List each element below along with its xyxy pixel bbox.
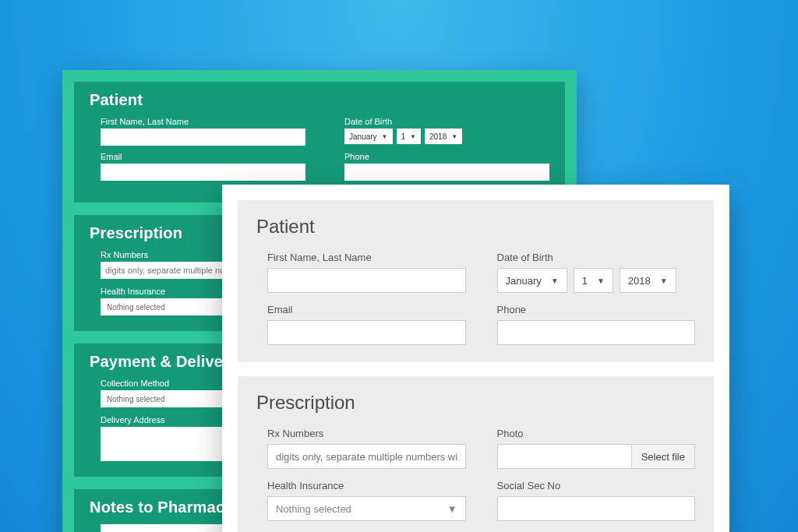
dob-day-value: 1 <box>582 275 588 287</box>
caret-down-icon: ▼ <box>660 277 668 285</box>
dob-label: Date of Birth <box>344 117 549 126</box>
photo-path-input[interactable] <box>497 444 631 469</box>
name-field: First Name, Last Name <box>256 252 466 293</box>
hi-value: Nothing selected <box>107 303 165 312</box>
ssn-field: Social Sec No <box>497 480 696 521</box>
dob-select-strip: January ▼ 1 ▼ 2018 ▼ <box>344 129 549 144</box>
photo-field: Photo Select file <box>497 428 696 469</box>
phone-label: Phone <box>497 304 696 315</box>
caret-down-icon: ▼ <box>410 133 416 140</box>
caret-down-icon: ▼ <box>597 277 605 285</box>
dob-year-select[interactable]: 2018 ▼ <box>620 268 676 293</box>
caret-down-icon: ▼ <box>382 133 388 140</box>
rx-label: Rx Numbers <box>267 428 466 439</box>
dob-month-value: January <box>506 275 542 287</box>
dob-label: Date of Birth <box>497 252 696 263</box>
name-field: First Name, Last Name <box>90 117 305 146</box>
email-input[interactable] <box>101 164 305 181</box>
email-field: Email <box>90 152 305 181</box>
dob-year-select[interactable]: 2018 ▼ <box>425 129 462 144</box>
phone-input[interactable] <box>344 164 549 181</box>
hi-field: Health Insurance Nothing selected ▼ <box>256 480 466 521</box>
dob-month-select[interactable]: January ▼ <box>497 268 567 293</box>
email-input[interactable] <box>267 320 466 345</box>
ssn-input[interactable] <box>497 496 696 521</box>
caret-down-icon: ▼ <box>551 277 559 285</box>
dob-field: Date of Birth January ▼ 1 ▼ 2018 ▼ <box>344 117 549 146</box>
email-label: Email <box>101 152 305 161</box>
phone-label: Phone <box>344 152 549 161</box>
phone-field: Phone <box>344 152 549 181</box>
phone-input[interactable] <box>497 320 696 345</box>
dob-day-select[interactable]: 1 ▼ <box>574 268 613 293</box>
caret-down-icon: ▼ <box>451 133 457 140</box>
name-label: First Name, Last Name <box>101 117 305 126</box>
patient-title: Patient <box>90 91 549 109</box>
patient-section: Patient First Name, Last Name Date of Bi… <box>238 200 714 362</box>
phone-field: Phone <box>497 304 696 345</box>
hi-value: Nothing selected <box>276 503 351 515</box>
dob-month-value: January <box>349 132 377 141</box>
dob-select-strip: January ▼ 1 ▼ 2018 ▼ <box>497 268 696 293</box>
select-file-button[interactable]: Select file <box>631 444 695 469</box>
dob-day-select[interactable]: 1 ▼ <box>397 129 421 144</box>
photo-file-group: Select file <box>497 444 696 469</box>
name-input[interactable] <box>267 268 466 293</box>
ssn-label: Social Sec No <box>497 480 696 491</box>
name-label: First Name, Last Name <box>267 252 466 263</box>
caret-down-icon: ▼ <box>447 503 457 515</box>
foreground-form-card: Patient First Name, Last Name Date of Bi… <box>222 185 729 532</box>
patient-title: Patient <box>256 216 695 238</box>
dob-day-value: 1 <box>401 132 406 141</box>
photo-label: Photo <box>497 428 696 439</box>
dob-year-value: 2018 <box>628 275 651 287</box>
prescription-title: Prescription <box>256 392 695 414</box>
rx-input[interactable] <box>267 444 466 469</box>
collect-value: Nothing selected <box>107 395 165 403</box>
dob-field: Date of Birth January ▼ 1 ▼ 2018 ▼ <box>497 252 696 293</box>
dob-month-select[interactable]: January ▼ <box>344 129 393 144</box>
hi-label: Health Insurance <box>267 480 466 491</box>
hi-select[interactable]: Nothing selected ▼ <box>267 496 466 521</box>
name-input[interactable] <box>101 129 305 146</box>
rx-field: Rx Numbers <box>256 428 466 469</box>
prescription-section: Prescription Rx Numbers Photo Select fil… <box>238 376 714 532</box>
dob-year-value: 2018 <box>429 132 447 141</box>
email-field: Email <box>256 304 466 345</box>
email-label: Email <box>267 304 466 315</box>
